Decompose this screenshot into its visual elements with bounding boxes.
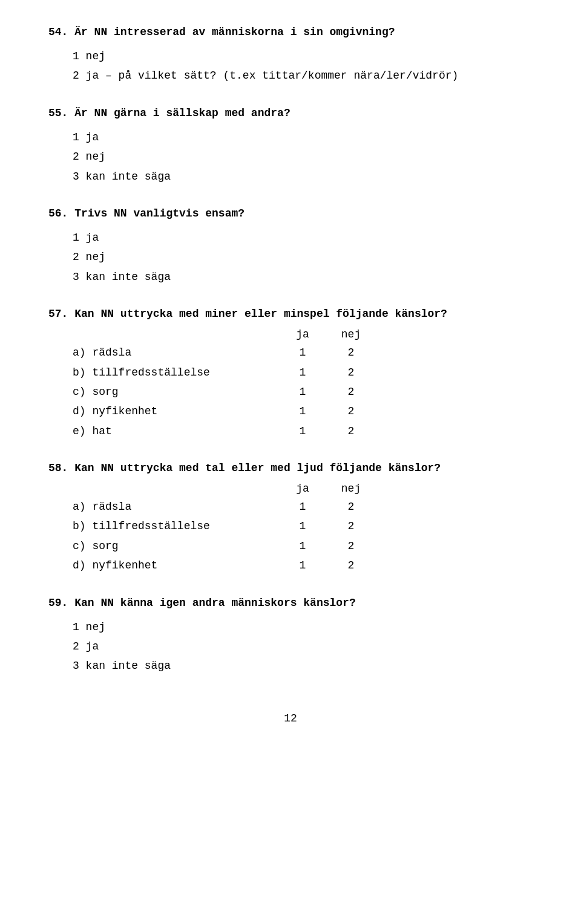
table-row: a) rädsla 1 2 [73, 497, 533, 516]
table-row: b) tillfredsställelse 1 2 [73, 363, 533, 382]
header-nej: nej [327, 483, 375, 495]
question-56-answers: 1 ja 2 nej 3 kan inte säga [73, 228, 533, 287]
row-nej: 2 [327, 421, 375, 441]
row-nej: 2 [327, 516, 375, 536]
answer-item: 1 nej [73, 47, 533, 66]
question-54: 54. Är NN intresserad av människorna i s… [48, 24, 533, 86]
row-label: a) rädsla [73, 497, 278, 516]
question-57-table: ja nej a) rädsla 1 2 b) tillfredsställel… [73, 328, 533, 441]
row-ja: 1 [278, 556, 327, 575]
question-55-answers: 1 ja 2 nej 3 kan inte säga [73, 128, 533, 186]
row-nej: 2 [327, 343, 375, 362]
row-ja: 1 [278, 343, 327, 362]
header-nej: nej [327, 328, 375, 340]
row-label: c) sorg [73, 382, 278, 402]
row-ja: 1 [278, 382, 327, 402]
row-ja: 1 [278, 497, 327, 516]
answer-item: 3 kan inte säga [73, 656, 533, 675]
question-56-title: 56. Trivs NN vanligtvis ensam? [48, 206, 533, 222]
question-54-answers: 1 nej 2 ja – på vilket sätt? (t.ex titta… [73, 47, 533, 86]
answer-item: 3 kan inte säga [73, 167, 533, 186]
row-label: b) tillfredsställelse [73, 363, 278, 382]
answer-item: 1 ja [73, 128, 533, 147]
row-ja: 1 [278, 516, 327, 536]
row-nej: 2 [327, 402, 375, 421]
table-row: a) rädsla 1 2 [73, 343, 533, 362]
answer-item: 2 ja – på vilket sätt? (t.ex tittar/komm… [73, 66, 533, 85]
question-59: 59. Kan NN känna igen andra människors k… [48, 595, 533, 676]
question-54-title: 54. Är NN intresserad av människorna i s… [48, 24, 533, 41]
header-ja: ja [278, 328, 327, 340]
row-ja: 1 [278, 536, 327, 556]
answer-item: 2 ja [73, 637, 533, 656]
answer-item: 1 nej [73, 617, 533, 637]
row-nej: 2 [327, 536, 375, 556]
question-59-answers: 1 nej 2 ja 3 kan inte säga [73, 617, 533, 676]
answer-item: 2 nej [73, 247, 533, 267]
table-row: b) tillfredsställelse 1 2 [73, 516, 533, 536]
row-nej: 2 [327, 363, 375, 382]
row-label: d) nyfikenhet [73, 556, 278, 575]
row-ja: 1 [278, 402, 327, 421]
question-57-title: 57. Kan NN uttrycka med miner eller mins… [48, 306, 533, 322]
table-row: c) sorg 1 2 [73, 382, 533, 402]
question-56: 56. Trivs NN vanligtvis ensam? 1 ja 2 ne… [48, 206, 533, 287]
row-label: a) rädsla [73, 343, 278, 362]
answer-item: 2 nej [73, 147, 533, 166]
question-57: 57. Kan NN uttrycka med miner eller mins… [48, 306, 533, 441]
table-row: d) nyfikenhet 1 2 [73, 556, 533, 575]
row-nej: 2 [327, 556, 375, 575]
row-nej: 2 [327, 497, 375, 516]
question-58-title: 58. Kan NN uttrycka med tal eller med lj… [48, 460, 533, 477]
row-label: e) hat [73, 421, 278, 441]
table-header: ja nej [73, 328, 533, 340]
question-55-title: 55. Är NN gärna i sällskap med andra? [48, 105, 533, 122]
header-ja: ja [278, 483, 327, 495]
page-number: 12 [48, 712, 533, 724]
question-58-table: ja nej a) rädsla 1 2 b) tillfredsställel… [73, 483, 533, 576]
table-row: e) hat 1 2 [73, 421, 533, 441]
question-59-title: 59. Kan NN känna igen andra människors k… [48, 595, 533, 611]
row-nej: 2 [327, 382, 375, 402]
question-55: 55. Är NN gärna i sällskap med andra? 1 … [48, 105, 533, 186]
answer-item: 1 ja [73, 228, 533, 247]
row-ja: 1 [278, 421, 327, 441]
table-row: c) sorg 1 2 [73, 536, 533, 556]
table-header: ja nej [73, 483, 533, 495]
table-row: d) nyfikenhet 1 2 [73, 402, 533, 421]
row-label: d) nyfikenhet [73, 402, 278, 421]
answer-item: 3 kan inte säga [73, 267, 533, 287]
question-58: 58. Kan NN uttrycka med tal eller med lj… [48, 460, 533, 576]
row-label: b) tillfredsställelse [73, 516, 278, 536]
row-ja: 1 [278, 363, 327, 382]
row-label: c) sorg [73, 536, 278, 556]
